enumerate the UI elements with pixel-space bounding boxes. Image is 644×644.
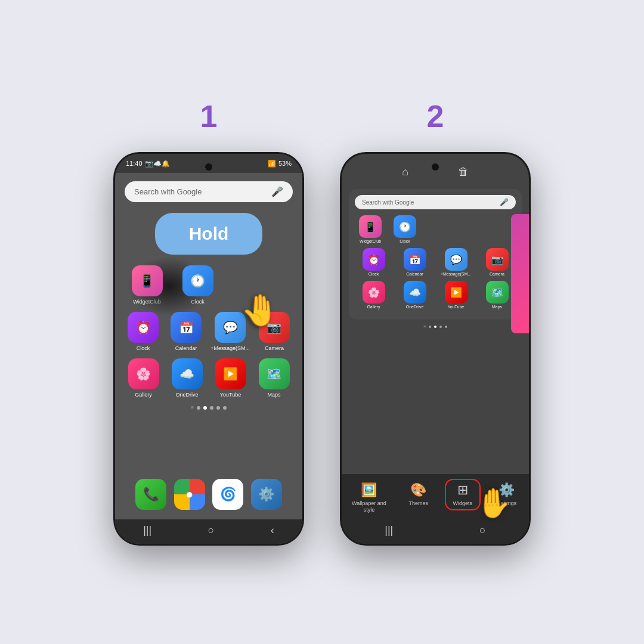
phone2-inner: ⌂ 🗑 Search with Google 🎤	[342, 154, 529, 544]
themes-icon: 🎨	[410, 482, 426, 498]
app-icon-gallery: 🌸	[128, 358, 159, 389]
dock-icon-settings: ⚙️	[251, 479, 282, 510]
camera-dot	[205, 163, 212, 171]
app-clock-1[interactable]: 🕐 Clock	[175, 265, 220, 305]
app-sm-label-gallery: Gallery	[367, 305, 380, 309]
dock-photos[interactable]: 🌀	[212, 479, 243, 510]
search-bar-2[interactable]: Search with Google 🎤	[355, 195, 516, 209]
app-grid-sm-row1: 📱 WidgetClub 🕐 Clock	[355, 215, 420, 243]
step2-container: 2 ⌂ 🗑 Sear	[340, 98, 531, 546]
app-sm-gallery[interactable]: 🌸 Gallery	[355, 281, 392, 309]
hold-button[interactable]: Hold	[155, 213, 262, 255]
app-grid-sm-row3: 🌸 Gallery ☁️ OneDrive ▶️ YouTube	[355, 281, 516, 309]
dock-1: 📞 ● 🌀 ⚙️	[120, 474, 298, 515]
app-sm-label-message: +Message(SM...	[441, 272, 471, 276]
step2-number: 2	[427, 98, 444, 134]
nav-home[interactable]: ○	[208, 524, 215, 537]
dot-2-3	[439, 326, 442, 328]
dot5	[223, 406, 227, 410]
dock-chrome[interactable]: ●	[174, 479, 205, 510]
step1-container: 1 11:40 📷☁️🔔 📶 53%	[113, 98, 304, 546]
app-sm-calendar[interactable]: 📅 Calendar	[396, 248, 434, 276]
app-calendar[interactable]: 📅 Calendar	[168, 312, 205, 351]
widgets-label: Widgets	[453, 500, 473, 507]
app-icon-youtube: ▶️	[215, 358, 246, 389]
dock-phone[interactable]: 📞	[135, 479, 166, 510]
status-right: 📶 53%	[268, 160, 292, 168]
app-sm-clock1[interactable]: 🕐 Clock	[389, 215, 420, 243]
phone1-screen: 11:40 📷☁️🔔 📶 53% Search with Google 🎤	[115, 154, 302, 544]
app-sm-label-camera: Camera	[490, 272, 504, 276]
wallpaper-icon: 🖼️	[361, 482, 377, 498]
page-dots-1: ≡	[125, 405, 293, 410]
app-sm-widgetclub[interactable]: 📱 WidgetClub	[355, 215, 386, 243]
app-onedrive[interactable]: ☁️ OneDrive	[168, 358, 206, 398]
camera-dot-2	[432, 163, 439, 171]
battery-text: 53%	[278, 160, 292, 167]
app-icon-clock-blue: 🕐	[182, 265, 213, 296]
app-widgetclub-1[interactable]: 📱 WidgetClub	[125, 265, 169, 305]
dock-icon-phone: 📞	[135, 479, 166, 510]
app-label-onedrive: OneDrive	[175, 392, 198, 398]
dot-2-2	[434, 326, 436, 328]
nav-back[interactable]: ‹	[271, 524, 274, 537]
app-label-gallery: Gallery	[135, 392, 152, 398]
app-grid-row1: 📱 WidgetClub 🕐 Clock	[125, 265, 220, 305]
trash-icon[interactable]: 🗑	[458, 166, 469, 178]
app-sm-message[interactable]: 💬 +Message(SM...	[437, 248, 475, 276]
app-label-widgetclub: WidgetClub	[133, 299, 161, 305]
step1-number: 1	[200, 98, 218, 134]
themes-label: Themes	[409, 500, 429, 507]
mic-icon-1: 🎤	[271, 186, 283, 197]
nav-recent[interactable]: |||	[143, 524, 151, 537]
nav-home-2[interactable]: ○	[479, 524, 486, 537]
app-sm-youtube[interactable]: ▶️ YouTube	[437, 281, 475, 309]
menu-themes[interactable]: 🎨 Themes	[401, 479, 436, 510]
dock-settings[interactable]: ⚙️	[251, 479, 282, 510]
app-clock-purple[interactable]: ⏰ Clock	[125, 312, 162, 351]
bottom-nav-2: ||| ○	[342, 519, 529, 544]
status-icons: 📷☁️🔔	[145, 160, 170, 168]
search-bar-1[interactable]: Search with Google 🎤	[125, 181, 293, 202]
status-left: 11:40 📷☁️🔔	[126, 160, 170, 168]
app-sm-icon-onedrive: ☁️	[404, 281, 426, 304]
dot3	[210, 406, 213, 410]
app-youtube[interactable]: ▶️ YouTube	[212, 358, 249, 398]
mic-icon-2: 🎤	[500, 198, 509, 206]
page-dots-2: ≡	[349, 324, 522, 329]
search-placeholder-2: Search with Google	[362, 199, 414, 206]
app-grid-sm-row2: ⏰ Clock 📅 Calendar 💬 +Message(SM...	[355, 248, 516, 276]
app-sm-maps[interactable]: 🗺️ Maps	[478, 281, 516, 309]
app-sm-icon-clock1: 🕐	[394, 215, 416, 238]
hand-cursor-2: 🤚	[475, 487, 511, 520]
app-icon-calendar: 📅	[171, 312, 202, 343]
app-sm-camera[interactable]: 📷 Camera	[478, 248, 516, 276]
dot-2-1	[429, 326, 431, 328]
app-label-youtube: YouTube	[220, 392, 241, 398]
status-time: 11:40	[126, 160, 143, 167]
right-peek-panel	[511, 214, 529, 333]
phone1-inner: 11:40 📷☁️🔔 📶 53% Search with Google 🎤	[115, 154, 302, 544]
app-sm-icon-maps: 🗺️	[486, 281, 509, 304]
app-label-camera: Camera	[265, 345, 284, 351]
search-placeholder-1: Search with Google	[134, 187, 202, 196]
app-icon-onedrive: ☁️	[172, 358, 203, 389]
menu-wallpaper[interactable]: 🖼️ Wallpaper andstyle	[346, 479, 392, 517]
dot-2-4	[445, 326, 447, 328]
app-sm-label-clock2: Clock	[369, 272, 379, 276]
phone2-screen: ⌂ 🗑 Search with Google 🎤	[342, 154, 529, 544]
app-maps[interactable]: 🗺️ Maps	[255, 358, 293, 398]
app-grid-row3: 🌸 Gallery ☁️ OneDrive ▶️	[125, 358, 293, 398]
app-sm-onedrive[interactable]: ☁️ OneDrive	[396, 281, 434, 309]
app-sm-label-calendar: Calendar	[406, 272, 423, 276]
nav-recent-2[interactable]: |||	[385, 524, 393, 537]
app-sm-icon-youtube: ▶️	[445, 281, 467, 304]
app-label-clock-1: Clock	[191, 299, 205, 305]
home-icon[interactable]: ⌂	[402, 166, 408, 178]
dot4	[216, 406, 220, 410]
dot2	[203, 406, 207, 410]
app-sm-clock2[interactable]: ⏰ Clock	[355, 248, 392, 276]
app-icon-widgetclub: 📱	[132, 265, 163, 296]
app-sm-icon-clock2: ⏰	[363, 248, 385, 271]
app-gallery[interactable]: 🌸 Gallery	[125, 358, 162, 398]
